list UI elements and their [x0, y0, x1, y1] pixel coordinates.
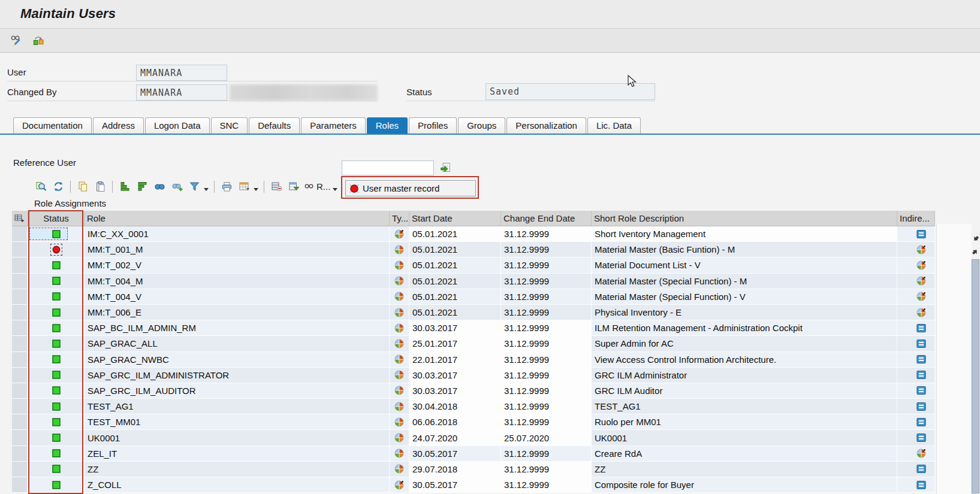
tab-address[interactable]: Address [93, 117, 144, 134]
role-cell[interactable]: Z_COLL [85, 477, 390, 493]
role-cell[interactable]: SAP_GRC_ILM_AUDITOR [85, 383, 390, 399]
start-date-cell[interactable]: 30.03.2017 [409, 383, 501, 399]
end-date-cell[interactable]: 31.12.9999 [501, 320, 592, 336]
row-selector[interactable] [12, 462, 28, 477]
table-row[interactable]: SAP_GRAC_NWBC22.01.201731.12.9999View Ac… [12, 352, 935, 368]
role-cell[interactable]: TEST_MM01 [85, 414, 390, 430]
role-cell[interactable]: IM:C_XX_0001 [85, 226, 390, 242]
filter-icon[interactable] [186, 179, 202, 195]
role-cell[interactable]: SAP_GRAC_ALL [85, 336, 390, 351]
display-change-icon[interactable] [8, 33, 24, 49]
scrollbar-thumb[interactable] [972, 259, 979, 493]
end-date-cell[interactable]: 31.12.9999 [501, 336, 592, 351]
column-header-desc[interactable]: Short Role Description [592, 211, 897, 226]
detail-icon[interactable] [33, 179, 49, 195]
table-row[interactable]: SAP_GRAC_ALL25.01.201731.12.9999Super Ad… [12, 336, 935, 351]
scroll-top-icon[interactable] [971, 234, 980, 243]
column-header-indirect[interactable]: Indire... [897, 211, 935, 226]
tab-profiles[interactable]: Profiles [409, 117, 457, 134]
dropdown-arrow-icon[interactable] [333, 188, 337, 191]
role-cell[interactable]: ZZ [85, 462, 390, 477]
status-cell[interactable] [28, 226, 85, 242]
role-cell[interactable]: SAP_BC_ILM_ADMIN_RM [85, 320, 390, 336]
row-selector[interactable] [12, 430, 28, 445]
status-cell[interactable] [28, 430, 85, 445]
row-selector[interactable] [12, 368, 28, 383]
status-cell[interactable] [28, 289, 85, 305]
refresh-icon[interactable] [50, 179, 66, 195]
tab-roles[interactable]: Roles [367, 117, 408, 134]
sort-descending-icon[interactable] [134, 179, 150, 195]
end-date-cell[interactable]: 31.12.9999 [501, 477, 592, 493]
print-icon[interactable] [219, 179, 234, 195]
role-cell[interactable]: MM:T_006_E [85, 305, 390, 320]
dropdown-arrow-icon[interactable] [254, 188, 258, 191]
role-cell[interactable]: MM:T_004_V [85, 289, 390, 305]
tab-parameters[interactable]: Parameters [301, 117, 366, 134]
status-cell[interactable] [28, 368, 85, 383]
table-row[interactable]: MM:T_002_V05.01.202131.12.9999Material D… [12, 257, 935, 273]
table-row[interactable]: MM:T_006_E05.01.202131.12.9999Physical I… [12, 305, 935, 320]
start-date-cell[interactable]: 05.01.2021 [409, 226, 501, 242]
table-row[interactable]: TEST_MM0106.06.201831.12.9999Ruolo per M… [12, 414, 935, 430]
status-cell[interactable] [28, 352, 85, 368]
row-selector[interactable] [12, 477, 28, 493]
column-header-type[interactable]: Ty... [390, 211, 409, 226]
table-row[interactable]: TEST_AG130.04.201831.12.9999TEST_AG1 [12, 399, 935, 414]
paste-icon[interactable] [92, 179, 108, 195]
start-date-cell[interactable]: 29.07.2018 [409, 462, 501, 477]
role-cell[interactable]: UK0001 [85, 430, 390, 445]
status-cell[interactable] [28, 446, 85, 462]
column-header-start[interactable]: Start Date [409, 211, 501, 226]
copy-icon[interactable] [75, 179, 91, 195]
table-row[interactable]: SAP_GRC_ILM_ADMINISTRATOR30.03.201731.12… [12, 368, 935, 383]
status-cell[interactable] [28, 399, 85, 414]
matchcode-icon[interactable] [438, 159, 453, 175]
start-date-cell[interactable]: 30.04.2018 [409, 399, 501, 414]
end-date-cell[interactable]: 31.12.9999 [501, 462, 592, 477]
row-selector[interactable] [12, 399, 28, 414]
status-cell[interactable] [28, 242, 85, 257]
status-cell[interactable] [28, 477, 85, 493]
end-date-cell[interactable]: 31.12.9999 [501, 226, 592, 242]
row-selector[interactable] [12, 383, 28, 399]
role-cell[interactable]: SAP_GRAC_NWBC [85, 352, 390, 368]
start-date-cell[interactable]: 30.03.2017 [409, 368, 501, 383]
status-cell[interactable] [28, 414, 85, 430]
column-header-role[interactable]: Role [85, 211, 390, 226]
row-selector[interactable] [12, 226, 28, 242]
row-selector[interactable] [12, 305, 28, 320]
end-date-cell[interactable]: 31.12.9999 [501, 399, 592, 414]
tab-lic-data[interactable]: Lic. Data [587, 117, 641, 134]
table-row[interactable]: ZEL_IT30.05.201731.12.9999Creare RdA [12, 446, 935, 462]
row-selector[interactable] [12, 352, 28, 368]
start-date-cell[interactable]: 30.05.2017 [409, 477, 501, 493]
status-cell[interactable] [28, 462, 85, 477]
dropdown-arrow-icon[interactable] [204, 188, 209, 191]
role-cell[interactable]: ZEL_IT [85, 446, 390, 462]
reference-user-input[interactable] [342, 160, 434, 175]
tab-personalization[interactable]: Personalization [506, 117, 586, 134]
find-next-icon[interactable] [169, 179, 185, 195]
table-row[interactable]: IM:C_XX_000105.01.202131.12.9999Short Iv… [12, 226, 935, 242]
table-row[interactable]: MM:T_001_M05.01.202131.12.9999Material M… [12, 242, 935, 257]
table-row[interactable]: MM:T_004_M05.01.202131.12.9999Material M… [12, 274, 935, 289]
column-header-end[interactable]: Change End Date [501, 211, 592, 226]
row-selector[interactable] [12, 242, 28, 257]
role-cell[interactable]: MM:T_004_M [85, 274, 390, 289]
sort-ascending-icon[interactable] [117, 179, 132, 195]
tab-logon-data[interactable]: Logon Data [145, 117, 210, 134]
start-date-cell[interactable]: 24.07.2020 [409, 430, 501, 445]
table-row[interactable]: SAP_GRC_ILM_AUDITOR30.03.201731.12.9999G… [12, 383, 935, 399]
display-variant-icon[interactable]: R... [303, 179, 331, 195]
start-date-cell[interactable]: 06.06.2018 [409, 414, 501, 430]
row-selector[interactable] [12, 289, 28, 305]
end-date-cell[interactable]: 31.12.9999 [501, 368, 592, 383]
scroll-bottom-icon[interactable] [971, 248, 980, 257]
status-cell[interactable] [28, 336, 85, 351]
find-icon[interactable] [152, 179, 167, 195]
user-field[interactable]: MMANARA [136, 65, 227, 81]
tab-defaults[interactable]: Defaults [249, 117, 300, 134]
role-cell[interactable]: MM:T_001_M [85, 242, 390, 257]
status-cell[interactable] [28, 320, 85, 336]
